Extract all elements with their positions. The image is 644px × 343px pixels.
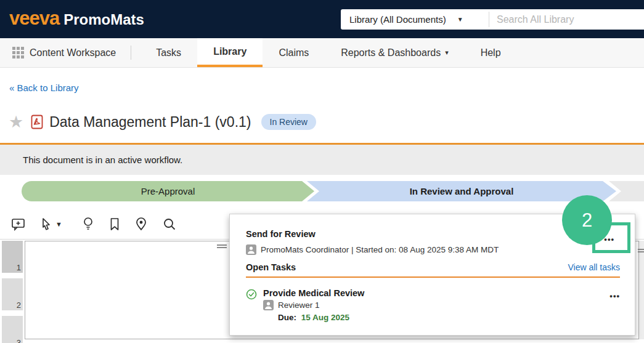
view-all-tasks-link[interactable]: View all tasks [568,262,620,272]
global-search-bar: Library (All Documents) ▼ [341,9,644,30]
user-avatar-icon [246,244,256,255]
tab-reports-dashboards[interactable]: Reports & Dashboards ▾ [325,38,464,67]
open-tasks-divider [246,276,620,278]
page-number: 2 [17,301,21,310]
product-name: PromoMats [63,11,144,28]
favorite-star-icon[interactable]: ★ [9,114,23,131]
suggest-icon[interactable] [83,217,94,231]
chevron-down-icon: ▾ [445,49,449,57]
tab-library-label: Library [213,46,247,57]
document-title: Data Management Plan-1 (v0.1) [49,114,251,131]
tab-reports-label: Reports & Dashboards [341,47,441,59]
tab-help-label: Help [481,47,501,59]
workflow-stage-bar: Pre-Approval In Review and Approval [0,181,644,201]
open-tasks-label: Open Tasks [246,262,296,272]
select-cursor-icon[interactable]: ▼ [41,217,62,230]
panel-resize-grip-right[interactable] [638,249,644,254]
page-thumbnail-2[interactable]: 2 [2,278,23,310]
task-row: Provide Medical Review Reviewer 1 Due: 1… [246,288,620,322]
stage-pre-approval: Pre-Approval [22,181,314,201]
nav-tabs: Tasks Library Claims Reports & Dashboard… [131,38,516,67]
bookmark-icon[interactable] [110,217,120,231]
location-pin-icon[interactable] [136,217,147,231]
page-thumbnail-1[interactable]: 1 [2,241,23,273]
viewer-right-gutter [639,241,644,339]
task-details: Provide Medical Review Reviewer 1 Due: 1… [263,288,609,322]
active-workflow-banner: This document is in an active workflow. [0,143,644,175]
top-bar: veeva PromoMats Library (All Documents) … [0,0,644,38]
search-scope-selector[interactable]: Library (All Documents) ▼ [341,9,489,30]
tab-help[interactable]: Help [465,38,517,67]
search-document-icon[interactable] [163,217,176,231]
back-to-library-link[interactable]: « Back to Library [9,83,79,93]
panel-resize-grip-left[interactable] [217,244,227,249]
user-avatar-icon [263,300,274,310]
task-complete-check-icon[interactable] [246,289,257,322]
open-tasks-header: Open Tasks View all tasks [246,262,620,272]
step-number-badge: 2 [562,195,612,245]
pdf-file-icon [31,115,43,129]
stage-in-review-and-approval: In Review and Approval [307,181,616,201]
primary-nav: Content Workspace Tasks Library Claims R… [0,38,644,68]
task-due-row: Due: 15 Aug 2025 [263,313,609,322]
due-label: Due: [278,313,296,322]
tab-tasks-label: Tasks [156,47,181,59]
tab-library[interactable]: Library [197,38,263,67]
workflow-meta-row: PromoMats Coordinator | Started on: 08 A… [246,244,620,255]
chevron-down-icon: ▼ [457,16,463,23]
app-logo: veeva PromoMats [9,9,144,28]
page-number: 1 [17,263,21,272]
search-scope-label: Library (All Documents) [349,14,446,25]
page-number: 3 [17,338,21,343]
workspace-label[interactable]: Content Workspace [30,47,116,59]
task-name[interactable]: Provide Medical Review [263,288,609,298]
veeva-logo: veeva [9,9,59,28]
document-title-row: ★ Data Management Plan-1 (v0.1) In Revie… [9,111,644,133]
task-actions-menu-icon[interactable]: ••• [609,292,620,322]
annotate-note-icon[interactable] [11,217,25,231]
status-badge: In Review [261,114,316,130]
task-assignee-row: Reviewer 1 [263,300,609,310]
due-date: 15 Aug 2025 [301,313,349,322]
tab-claims-label: Claims [279,47,309,59]
app-grid-icon[interactable] [12,47,25,59]
task-assignee: Reviewer 1 [278,301,320,310]
search-input[interactable] [489,9,644,30]
tab-claims[interactable]: Claims [263,38,325,67]
workflow-owner-and-start: PromoMats Coordinator | Started on: 08 A… [261,245,499,254]
banner-text: This document is in an active workflow. [23,155,182,165]
page-thumbnail-rail: 1 2 3 [2,241,23,343]
tab-tasks[interactable]: Tasks [140,38,197,67]
page-thumbnail-3[interactable]: 3 [2,316,23,343]
chevron-down-icon[interactable]: ▼ [55,220,62,228]
